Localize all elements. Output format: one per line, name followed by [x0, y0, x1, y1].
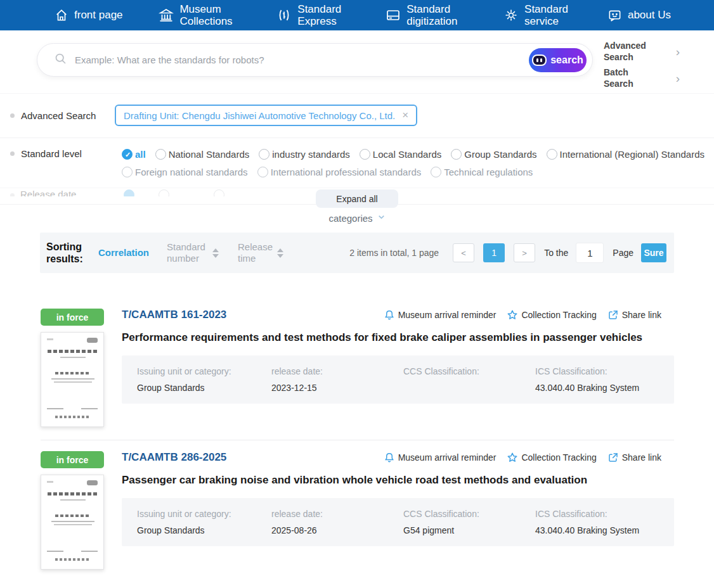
nav-label: about Us	[628, 9, 671, 21]
radio-option-national-standards[interactable]: National Standards	[155, 149, 250, 160]
museum-icon	[159, 8, 174, 23]
radio-option-all[interactable]: all	[122, 149, 146, 160]
radio-icon	[259, 149, 269, 160]
sort-option-standard-number[interactable]: Standard number	[167, 241, 219, 264]
standard-code-link[interactable]: T/CAAMTB 286-2025	[122, 451, 226, 464]
standard-level-filter-row: Standard level all National Standards in…	[0, 138, 714, 188]
robot-icon	[532, 54, 547, 66]
collection-tracking-link[interactable]: Collection Tracking	[507, 309, 596, 321]
nav-item-standard-express[interactable]: Standard Express	[276, 3, 349, 27]
search-side-links: Advanced Search › Batch Search ›	[604, 41, 680, 89]
detail-field: Issuing unit or category: Group Standard…	[137, 509, 271, 535]
chevron-right-icon: ›	[676, 46, 680, 58]
radio-icon	[159, 189, 169, 196]
radio-label: Group Standards	[464, 149, 536, 160]
close-icon[interactable]: ×	[402, 109, 408, 122]
document-thumbnail[interactable]	[41, 475, 104, 570]
radio-label: Local Standards	[373, 149, 441, 160]
action-label: Share link	[622, 452, 661, 463]
search-button[interactable]: search	[529, 48, 587, 72]
museum-arrival-reminder-link[interactable]: Museum arrival reminder	[384, 309, 497, 321]
share-link[interactable]: Share link	[607, 452, 661, 463]
current-page-button[interactable]: 1	[483, 243, 505, 262]
goto-confirm-button[interactable]: Sure	[641, 243, 666, 262]
radio-option-international-regional-standards[interactable]: International (Regional) Standards	[547, 149, 704, 160]
radio-label: all	[135, 149, 146, 160]
result-detail-box: Issuing unit or category: Group Standard…	[122, 498, 674, 546]
result-header-row: T/CAAMTB 286-2025 Museum arrival reminde…	[122, 451, 674, 464]
radio-option-local-standards[interactable]: Local Standards	[360, 149, 441, 160]
radio-option-industry-standards[interactable]: industry standards	[259, 149, 350, 160]
nav-item-about-us[interactable]: about Us	[607, 8, 671, 23]
pagination: 2 items in total, 1 page < 1 > To the Pa…	[349, 243, 666, 263]
result-content: T/CAAMTB 286-2025 Museum arrival reminde…	[122, 451, 674, 570]
star-icon	[507, 309, 518, 321]
nav-label: Standard Express	[297, 3, 349, 27]
expand-section: Release date Expand all categories	[0, 188, 714, 227]
radio-label: National Standards	[169, 149, 250, 160]
nav-item-museum-collections[interactable]: Museum Collections	[159, 3, 240, 27]
advanced-search-filter-row: Advanced Search Drafting Unit: Chengdu J…	[0, 94, 714, 138]
radio-option-group-standards[interactable]: Group Standards	[451, 149, 536, 160]
advanced-search-label: Advanced Search	[604, 41, 658, 63]
standard-title-link[interactable]: Passenger car braking noise and vibratio…	[122, 474, 674, 487]
about-chat-icon	[607, 8, 622, 23]
document-thumbnail[interactable]	[41, 332, 104, 427]
result-left-column: in force	[41, 309, 104, 427]
radio-label: International (Regional) Standards	[560, 149, 704, 160]
detail-field: ICS Classification: 43.040.40 Braking Sy…	[535, 366, 639, 393]
detail-field: CCS Classification:	[403, 366, 535, 393]
drafting-unit-filter-tag[interactable]: Drafting Unit: Chengdu Jishiwei Automoti…	[115, 105, 417, 126]
nav-item-front-page[interactable]: front page	[55, 8, 123, 22]
nav-item-standard-service[interactable]: Standard service	[503, 3, 571, 27]
categories-dropdown[interactable]: categories	[0, 212, 714, 224]
radio-label: industry standards	[272, 149, 350, 160]
digitization-icon	[386, 8, 401, 23]
museum-arrival-reminder-link[interactable]: Museum arrival reminder	[384, 452, 497, 463]
bullet-dot-icon	[10, 151, 15, 156]
radio-option-international-professional-standards[interactable]: International professional standards	[257, 167, 422, 177]
field-label: Issuing unit or category:	[137, 366, 271, 376]
detail-field: Issuing unit or category: Group Standard…	[137, 366, 271, 393]
radio-icon	[257, 167, 268, 177]
radio-checked-icon	[122, 149, 133, 160]
goto-page-input[interactable]	[576, 243, 604, 263]
share-icon	[607, 309, 619, 321]
sort-option-correlation[interactable]: Correlation	[98, 247, 149, 259]
radio-option-foreign-national-standards[interactable]: Foreign national standards	[122, 167, 248, 177]
standard-code-link[interactable]: T/CAAMTB 161-2023	[122, 309, 226, 321]
previous-page-button[interactable]: <	[453, 243, 474, 262]
standard-level-label: Standard level	[21, 148, 82, 159]
sort-option-label: Standard number	[167, 241, 209, 264]
result-detail-box: Issuing unit or category: Group Standard…	[122, 355, 674, 404]
batch-search-label: Batch Search	[604, 67, 658, 89]
sort-carets-icon[interactable]	[277, 248, 283, 258]
standard-title-link[interactable]: Performance requirements and test method…	[122, 331, 674, 344]
collection-tracking-link[interactable]: Collection Tracking	[507, 452, 596, 463]
home-icon	[55, 8, 68, 22]
radio-option-technical-regulations[interactable]: Technical regulations	[431, 167, 533, 177]
result-item: in force T/CAAMTB 161-2023 Museum arriva…	[41, 309, 674, 440]
radio-icon	[451, 149, 462, 160]
field-value: G54 pigment	[403, 525, 535, 535]
sort-option-release-time[interactable]: Release time	[238, 241, 283, 264]
field-label: ICS Classification:	[535, 509, 639, 519]
nav-label: front page	[74, 9, 123, 21]
batch-search-link[interactable]: Batch Search ›	[604, 67, 680, 89]
goto-prefix-label: To the	[544, 248, 568, 258]
nav-label: Standard service	[524, 3, 571, 27]
search-icon	[54, 52, 67, 68]
detail-field: release date: 2023-12-15	[271, 366, 403, 393]
field-value: Group Standards	[137, 383, 271, 393]
nav-item-standard-digitization[interactable]: Standard digitization	[386, 3, 467, 27]
sorting-results-label: Sorting results:	[46, 241, 88, 265]
advanced-search-link[interactable]: Advanced Search ›	[604, 41, 680, 63]
status-badge: in force	[41, 309, 104, 326]
next-page-button[interactable]: >	[514, 243, 535, 262]
field-value: 2025-08-26	[271, 525, 403, 535]
field-label: Issuing unit or category:	[137, 509, 271, 519]
search-input[interactable]	[75, 54, 523, 65]
share-link[interactable]: Share link	[607, 309, 661, 321]
sort-carets-icon[interactable]	[212, 248, 219, 258]
expand-all-button[interactable]: Expand all	[316, 189, 398, 208]
